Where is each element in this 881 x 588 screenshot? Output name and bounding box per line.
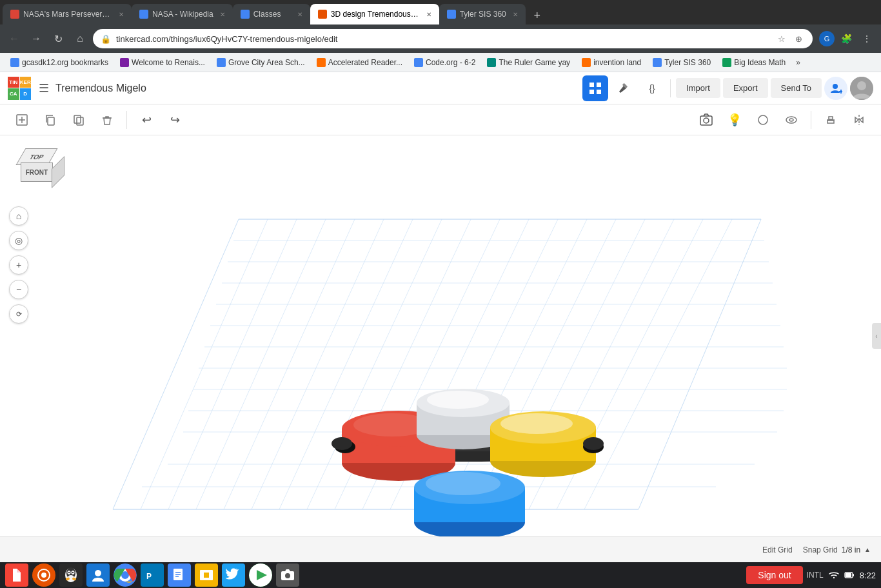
taskbar-app-camera[interactable] — [276, 564, 299, 587]
taskbar-app-tinkercad[interactable] — [32, 564, 55, 587]
svg-point-20 — [786, 117, 797, 123]
reload-button[interactable]: ↻ — [49, 30, 67, 48]
taskbar-app-chrome[interactable] — [114, 564, 137, 587]
address-bar[interactable]: 🔒 tinkercad.com/things/iux6QyHvC7Y-treme… — [93, 29, 813, 48]
cube-front-face[interactable]: FRONT — [21, 162, 53, 182]
viewport-container: TOP FRONT ⌂ ◎ + − ⟳ ‹ — [0, 135, 881, 536]
light-tool-button[interactable]: 💡 — [723, 108, 746, 132]
bookmark-renaissance[interactable]: Welcome to Renais... — [115, 57, 210, 68]
extensions-puzzle-icon[interactable]: 🧩 — [837, 30, 855, 48]
svg-rect-2 — [589, 90, 594, 94]
bookmark-accelerated[interactable]: Accelerated Reader... — [312, 57, 408, 68]
tab-close-nasa-wiki[interactable]: ✕ — [220, 11, 225, 18]
camera-tool-button[interactable] — [695, 108, 718, 132]
svg-rect-3 — [597, 90, 601, 94]
circle-tool-button[interactable] — [751, 108, 775, 132]
align-tool-button[interactable] — [819, 108, 842, 132]
undo-button[interactable]: ↩ — [135, 108, 158, 132]
taskbar-app-linux[interactable] — [59, 564, 83, 587]
bookmark-icon-tyler-sis — [653, 58, 662, 67]
tab-label-tyler-sis: Tyler SIS 360 — [460, 10, 506, 19]
new-shape-button[interactable] — [10, 108, 34, 132]
send-to-button[interactable]: Send To — [771, 78, 822, 98]
panel-collapse-handle[interactable]: ‹ — [872, 323, 881, 349]
bookmark-ruler-game[interactable]: The Ruler Game yay — [482, 57, 575, 68]
lock-icon: 🔒 — [101, 34, 111, 44]
pearson-icon: P — [144, 567, 160, 583]
tab-classes[interactable]: Classes ✕ — [233, 4, 310, 24]
perspective-button[interactable]: ⟳ — [9, 304, 28, 324]
redo-button[interactable]: ↪ — [163, 108, 186, 132]
snap-grid-up-arrow[interactable]: ▲ — [864, 546, 871, 553]
bookmark-label-accelerated: Accelerated Reader... — [328, 58, 402, 67]
slides-icon — [199, 567, 214, 583]
bookmark-label-grove-city: Grove City Area Sch... — [228, 58, 305, 67]
3d-canvas[interactable] — [0, 135, 881, 536]
add-profile-button[interactable] — [824, 77, 847, 100]
hamburger-menu-icon[interactable]: ☰ — [39, 81, 49, 95]
bookmark-big-ideas-math[interactable]: Big Ideas Math — [717, 57, 791, 68]
taskbar-language: INTL — [807, 571, 824, 580]
delete-icon — [101, 113, 114, 126]
tab-3d-design[interactable]: 3D design Tremendous Migelo... ✕ — [310, 4, 439, 24]
logo-cell-tin: TIN — [8, 77, 19, 88]
bookmark-tyler-sis[interactable]: Tyler SIS 360 — [648, 57, 716, 68]
profile-avatar[interactable] — [850, 77, 873, 100]
taskbar-app-docs[interactable] — [168, 564, 191, 587]
svg-point-92 — [68, 572, 70, 573]
profile-circle-icon[interactable]: G — [819, 31, 835, 46]
taskbar-app-slides[interactable] — [195, 564, 218, 587]
tab-nasa-mars[interactable]: NASA's Mars Perseverance Ro... ✕ — [3, 4, 132, 24]
bookmarks-more-button[interactable]: » — [792, 57, 804, 68]
svg-rect-0 — [589, 83, 594, 87]
app-header: TIN KER CA D ☰ Tremendous Migelo {} Impo… — [0, 72, 881, 104]
taskbar-app-twitter[interactable] — [222, 564, 245, 587]
bookmark-label-renaissance: Welcome to Renais... — [132, 58, 205, 67]
export-button[interactable]: Export — [723, 78, 768, 98]
torus-icon — [785, 113, 798, 126]
mirror-tool-button[interactable] — [847, 108, 871, 132]
svg-rect-23 — [829, 117, 833, 119]
edit-grid-button[interactable]: Edit Grid — [762, 545, 793, 554]
delete-button[interactable] — [95, 108, 119, 132]
taskbar-app-playstore[interactable] — [249, 564, 272, 587]
bookmark-star-icon[interactable]: ☆ — [775, 32, 788, 45]
tab-close-nasa-mars[interactable]: ✕ — [119, 11, 124, 18]
tab-tyler-sis[interactable]: Tyler SIS 360 ✕ — [439, 4, 526, 24]
bookmark-gcasdk[interactable]: gcasdk12.org bookmarks — [5, 57, 114, 68]
bookmark-grove-city[interactable]: Grove City Area Sch... — [212, 57, 310, 68]
torus-tool-button[interactable] — [780, 108, 803, 132]
taskbar-app-files[interactable] — [5, 564, 28, 587]
reset-view-button[interactable]: ⌂ — [9, 206, 28, 226]
tab-nasa-wiki[interactable]: NASA - Wikipedia ✕ — [132, 4, 233, 24]
import-button[interactable]: Import — [676, 78, 720, 98]
taskbar-app-pearson[interactable]: P — [141, 564, 164, 587]
tab-close-classes[interactable]: ✕ — [297, 11, 302, 18]
copy-button[interactable] — [39, 108, 62, 132]
forward-button[interactable]: → — [27, 30, 45, 48]
zoom-out-button[interactable]: − — [9, 280, 28, 299]
new-tab-button[interactable]: + — [528, 6, 546, 24]
snap-grid-label: Snap Grid — [803, 545, 838, 554]
view-cube[interactable]: TOP FRONT — [13, 148, 61, 203]
svg-point-87 — [41, 573, 46, 578]
extensions-icon[interactable]: ⊕ — [792, 32, 805, 45]
more-menu-icon[interactable]: ⋮ — [858, 30, 876, 48]
duplicate-button[interactable] — [67, 108, 90, 132]
tab-close-tyler-sis[interactable]: ✕ — [513, 11, 518, 18]
sign-out-button[interactable]: Sign out — [746, 566, 802, 584]
tinkercad-logo: TIN KER CA D — [8, 77, 31, 100]
bookmark-invention-land[interactable]: invention land — [577, 57, 646, 68]
code-view-button[interactable]: {} — [639, 75, 665, 101]
bookmark-codeorg[interactable]: Code.org - 6-2 — [409, 57, 480, 68]
crosshair-button[interactable]: ◎ — [9, 231, 28, 250]
back-button[interactable]: ← — [5, 30, 23, 48]
taskbar-app-contacts[interactable] — [86, 564, 110, 587]
svg-rect-24 — [827, 121, 834, 123]
tab-close-3d-design[interactable]: ✕ — [426, 11, 431, 18]
hammer-view-button[interactable] — [611, 75, 637, 101]
camera-icon — [699, 113, 713, 127]
grid-view-button[interactable] — [582, 75, 608, 101]
zoom-in-button[interactable]: + — [9, 255, 28, 275]
home-button[interactable]: ⌂ — [71, 30, 89, 48]
